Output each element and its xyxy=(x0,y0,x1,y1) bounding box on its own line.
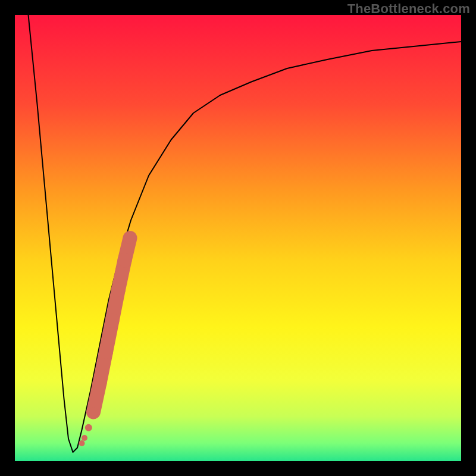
highlight-dot xyxy=(105,314,120,328)
plot-background xyxy=(15,15,461,461)
highlight-dot xyxy=(124,232,136,244)
highlight-dot xyxy=(118,253,132,268)
highlight-dot xyxy=(93,376,107,390)
highlight-dot xyxy=(79,440,85,446)
watermark-text: TheBottleneck.com xyxy=(347,1,470,17)
highlight-dot xyxy=(85,424,92,431)
highlight-dot xyxy=(82,435,87,441)
highlight-dot xyxy=(89,408,98,417)
bottleneck-chart xyxy=(15,15,461,461)
highlight-dot xyxy=(99,345,113,359)
chart-stage: TheBottleneck.com xyxy=(0,0,476,476)
highlight-dot xyxy=(111,282,126,296)
